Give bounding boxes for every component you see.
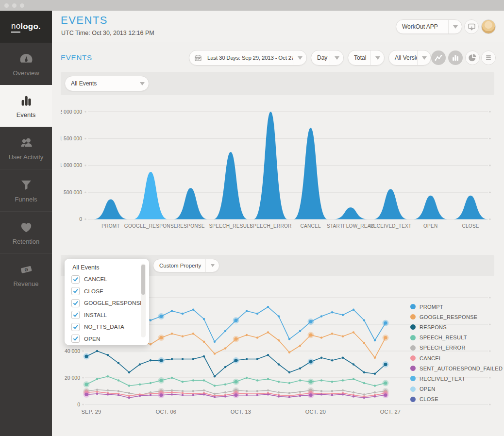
legend-dot [410, 355, 416, 361]
svg-text:RESPONSE: RESPONSE [177, 223, 205, 229]
granularity-dropdown[interactable]: Day [311, 50, 344, 66]
event-option-label: OPEN [84, 336, 100, 342]
event-option-no-tts-data[interactable]: NO_TTS_DATA [65, 321, 149, 333]
svg-text:GOOGLE_RESPONSE: GOOGLE_RESPONSE [124, 223, 177, 229]
window-titlebar [0, 0, 504, 11]
chevron-down-icon [375, 56, 380, 60]
svg-text:OCT. 20: OCT. 20 [305, 409, 326, 415]
date-range-dropdown[interactable]: Last 30 Days: Sep 29, 2013 - Oct 27, 201… [189, 50, 307, 66]
all-events-value: All Events [65, 80, 135, 87]
chevron-down-icon [211, 264, 215, 267]
sidebar-item-user-activity[interactable]: User Activity [0, 127, 52, 169]
sidebar: nologo. Overview Events User [0, 11, 52, 436]
all-events-dropdown[interactable]: All Events [65, 76, 149, 91]
chevron-down-icon [140, 82, 145, 85]
legend-item[interactable]: SPEECH_ERROR [410, 343, 503, 353]
sidebar-item-funnels[interactable]: Funnels [0, 169, 52, 211]
legend-label: PROMPT [420, 304, 443, 310]
scrollbar-track[interactable] [141, 264, 146, 337]
sidebar-item-overview[interactable]: Overview [0, 43, 52, 85]
legend-label: CLOSE [420, 396, 438, 402]
versions-value: All Versions [389, 54, 417, 61]
logo-text-prefix: no [11, 21, 20, 33]
event-option-cancel[interactable]: CANCEL [65, 273, 149, 285]
avatar[interactable] [481, 19, 496, 34]
window-dot-icon[interactable] [12, 3, 17, 8]
checkbox-checked-icon[interactable] [71, 335, 80, 343]
view-pie-chart-button[interactable] [465, 50, 480, 65]
svg-text:OCT. 27: OCT. 27 [380, 409, 401, 415]
legend-dot [410, 345, 416, 351]
sidebar-item-revenue[interactable]: $ Revenue [0, 253, 52, 296]
legend-label: SPEECH_ERROR [420, 345, 466, 351]
chevron-down-icon [422, 56, 427, 60]
funnel-icon [18, 178, 34, 192]
heart-icon [18, 220, 34, 235]
legend-label: OPEN [420, 386, 435, 392]
sidebar-item-label: Events [17, 111, 36, 118]
checkbox-checked-icon[interactable] [71, 299, 80, 307]
window-dot-icon[interactable] [4, 3, 9, 8]
legend-item[interactable]: CANCEL [410, 353, 503, 363]
legend-dot [410, 335, 416, 340]
event-option-label: NO_TTS_DATA [84, 324, 124, 330]
users-icon [18, 135, 34, 150]
view-list-button[interactable] [481, 50, 496, 65]
view-line-chart-button[interactable] [431, 50, 446, 65]
svg-text:1 000 000: 1 000 000 [61, 162, 82, 168]
legend-item[interactable]: RESPONS [410, 322, 503, 332]
svg-text:OPEN: OPEN [423, 223, 438, 229]
legend-item[interactable]: SENT_AUTORESPOND_FAILED [410, 363, 503, 373]
page-title: EVENTS [61, 14, 108, 27]
events-peaks-chart: 2 000 0001 500 0001 000 000500 0000PROMT… [61, 100, 494, 233]
checkbox-checked-icon[interactable] [71, 323, 80, 331]
app-selector-dropdown[interactable]: WorkOut APP [396, 19, 462, 34]
window-dot-icon[interactable] [20, 3, 24, 8]
custom-property-dropdown[interactable]: Custom Property [153, 259, 219, 272]
metric-dropdown[interactable]: Total [348, 50, 385, 66]
custom-property-value: Custom Property [153, 263, 205, 268]
svg-text:SPEECH_RESULT: SPEECH_RESULT [209, 223, 252, 229]
export-button[interactable] [464, 19, 479, 34]
window-control-dots[interactable] [4, 3, 24, 8]
app-window: nologo. Overview Events User [0, 0, 504, 436]
pie-chart-icon [468, 53, 477, 62]
legend-item[interactable]: OPEN [410, 384, 503, 394]
svg-text:OCT. 13: OCT. 13 [231, 409, 251, 415]
event-option-label: GOOGLE_RESPONSE [84, 300, 144, 306]
legend-label: RESPONS [420, 324, 447, 330]
sidebar-item-label: Overview [13, 69, 39, 77]
column-chart-icon [451, 53, 460, 62]
logo-text-suffix: logo. [20, 22, 41, 32]
metric-value: Total [348, 54, 370, 61]
view-column-chart-button[interactable] [448, 50, 463, 65]
legend-item[interactable]: CLOSE [410, 394, 503, 404]
chevron-down-icon [298, 56, 302, 60]
sidebar-item-events[interactable]: Events [0, 85, 52, 127]
event-option-label: CANCEL [84, 276, 107, 282]
legend-item[interactable]: GOOGLE_RESPONSE [410, 312, 503, 322]
legend-dot [410, 366, 416, 371]
checkbox-checked-icon[interactable] [71, 311, 80, 319]
event-option-google-response[interactable]: GOOGLE_RESPONSE [65, 297, 149, 309]
svg-text:SPEECH_ERROR: SPEECH_ERROR [250, 223, 291, 229]
legend-item[interactable]: RECEIVED_TEXT [410, 373, 503, 384]
sidebar-item-retention[interactable]: Retention [0, 211, 52, 253]
svg-text:0: 0 [79, 216, 82, 222]
legend-label: SPEECH_RESULT [420, 335, 467, 340]
legend-item[interactable]: SPEECH_RESULT [410, 333, 503, 343]
event-option-open[interactable]: OPEN [65, 333, 149, 345]
event-option-install[interactable]: INSTALL [65, 309, 149, 321]
event-option-label: CLOSE [84, 288, 103, 294]
event-option-close[interactable]: CLOSE [65, 285, 149, 298]
calendar-icon [195, 55, 202, 61]
checkbox-checked-icon[interactable] [71, 287, 80, 295]
logo: nologo. [0, 11, 52, 43]
top-header: EVENTS UTC Time: Oct 30, 2013 12:16 PM W… [52, 11, 504, 43]
checkbox-checked-icon[interactable] [71, 275, 80, 284]
scrollbar-thumb[interactable] [141, 265, 145, 295]
versions-dropdown[interactable]: All Versions [388, 50, 431, 66]
legend-label: GOOGLE_RESPONSE [420, 314, 477, 320]
legend-item[interactable]: PROMPT [410, 302, 503, 312]
banknote-icon: $ [18, 262, 34, 277]
